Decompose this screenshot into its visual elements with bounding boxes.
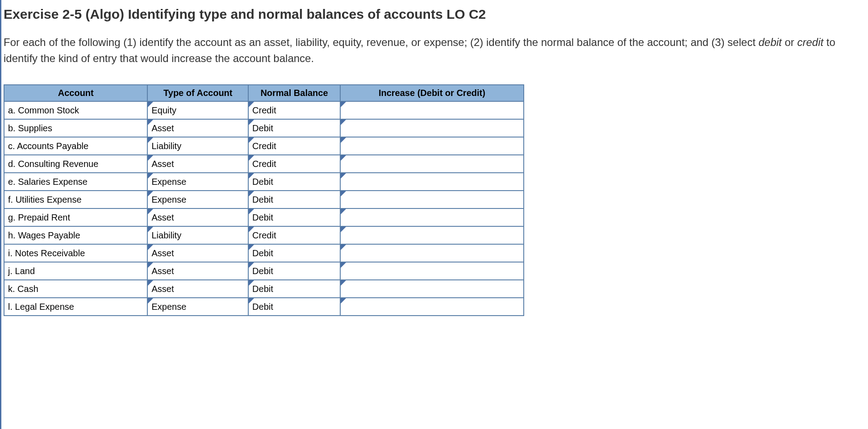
type-select[interactable]: Asset bbox=[147, 119, 248, 137]
balance-select[interactable]: Credit bbox=[248, 101, 340, 119]
account-cell: f. Utilities Expense bbox=[4, 191, 147, 208]
table-row: e. Salaries ExpenseExpenseDebit bbox=[4, 173, 524, 191]
increase-select[interactable] bbox=[340, 244, 524, 262]
exercise-title: Exercise 2-5 (Algo) Identifying type and… bbox=[4, 7, 868, 22]
type-select[interactable]: Asset bbox=[147, 208, 248, 226]
balance-select[interactable]: Debit bbox=[248, 119, 340, 137]
balance-select[interactable]: Debit bbox=[248, 262, 340, 280]
type-select[interactable]: Liability bbox=[147, 226, 248, 244]
header-type: Type of Account bbox=[147, 85, 248, 101]
balance-select[interactable]: Debit bbox=[248, 298, 340, 316]
account-cell: b. Supplies bbox=[4, 119, 147, 137]
balance-select[interactable]: Debit bbox=[248, 208, 340, 226]
increase-select[interactable] bbox=[340, 119, 524, 137]
increase-select[interactable] bbox=[340, 155, 524, 173]
header-account: Account bbox=[4, 85, 147, 101]
table-header-row: Account Type of Account Normal Balance I… bbox=[4, 85, 524, 101]
type-select[interactable]: Liability bbox=[147, 137, 248, 155]
increase-select[interactable] bbox=[340, 280, 524, 298]
table-row: h. Wages PayableLiabilityCredit bbox=[4, 226, 524, 244]
account-cell: g. Prepaid Rent bbox=[4, 208, 147, 226]
table-row: d. Consulting RevenueAssetCredit bbox=[4, 155, 524, 173]
type-select[interactable]: Asset bbox=[147, 280, 248, 298]
account-cell: d. Consulting Revenue bbox=[4, 155, 147, 173]
table-row: b. SuppliesAssetDebit bbox=[4, 119, 524, 137]
increase-select[interactable] bbox=[340, 262, 524, 280]
type-select[interactable]: Asset bbox=[147, 244, 248, 262]
balance-select[interactable]: Credit bbox=[248, 226, 340, 244]
table-row: k. CashAssetDebit bbox=[4, 280, 524, 298]
header-balance: Normal Balance bbox=[248, 85, 340, 101]
instructions-part-3: or bbox=[782, 36, 797, 48]
balance-select[interactable]: Credit bbox=[248, 137, 340, 155]
account-cell: j. Land bbox=[4, 262, 147, 280]
account-cell: h. Wages Payable bbox=[4, 226, 147, 244]
balance-select[interactable]: Debit bbox=[248, 173, 340, 191]
instructions-italic-debit: debit bbox=[759, 36, 782, 48]
table-row: g. Prepaid RentAssetDebit bbox=[4, 208, 524, 226]
table-row: f. Utilities ExpenseExpenseDebit bbox=[4, 191, 524, 208]
increase-select[interactable] bbox=[340, 137, 524, 155]
increase-select[interactable] bbox=[340, 101, 524, 119]
account-cell: c. Accounts Payable bbox=[4, 137, 147, 155]
table-row: j. LandAssetDebit bbox=[4, 262, 524, 280]
type-select[interactable]: Expense bbox=[147, 173, 248, 191]
increase-select[interactable] bbox=[340, 226, 524, 244]
type-select[interactable]: Asset bbox=[147, 155, 248, 173]
account-cell: l. Legal Expense bbox=[4, 298, 147, 316]
type-select[interactable]: Expense bbox=[147, 298, 248, 316]
balance-select[interactable]: Debit bbox=[248, 280, 340, 298]
accounts-table: Account Type of Account Normal Balance I… bbox=[4, 84, 524, 316]
balance-select[interactable]: Debit bbox=[248, 244, 340, 262]
balance-select[interactable]: Credit bbox=[248, 155, 340, 173]
type-select[interactable]: Asset bbox=[147, 262, 248, 280]
increase-select[interactable] bbox=[340, 208, 524, 226]
table-row: c. Accounts PayableLiabilityCredit bbox=[4, 137, 524, 155]
table-row: i. Notes ReceivableAssetDebit bbox=[4, 244, 524, 262]
increase-select[interactable] bbox=[340, 191, 524, 208]
instructions-part-1: For each of the following (1) identify t… bbox=[4, 36, 759, 48]
balance-select[interactable]: Debit bbox=[248, 191, 340, 208]
account-cell: k. Cash bbox=[4, 280, 147, 298]
account-cell: i. Notes Receivable bbox=[4, 244, 147, 262]
increase-select[interactable] bbox=[340, 298, 524, 316]
account-cell: e. Salaries Expense bbox=[4, 173, 147, 191]
instructions-italic-credit: credit bbox=[797, 36, 823, 48]
account-cell: a. Common Stock bbox=[4, 101, 147, 119]
type-select[interactable]: Expense bbox=[147, 191, 248, 208]
header-increase: Increase (Debit or Credit) bbox=[340, 85, 524, 101]
instructions: For each of the following (1) identify t… bbox=[4, 34, 843, 67]
table-row: a. Common StockEquityCredit bbox=[4, 101, 524, 119]
increase-select[interactable] bbox=[340, 173, 524, 191]
type-select[interactable]: Equity bbox=[147, 101, 248, 119]
table-row: l. Legal ExpenseExpenseDebit bbox=[4, 298, 524, 316]
